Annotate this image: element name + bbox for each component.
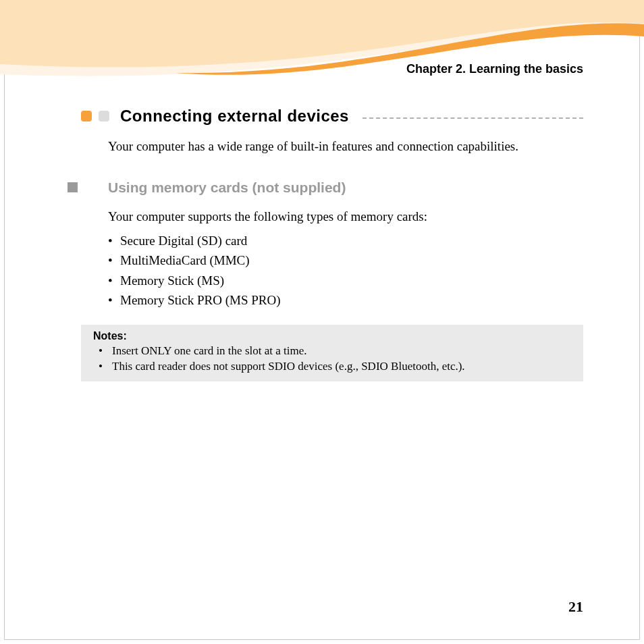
page-number: 21	[568, 598, 583, 616]
notes-item: Insert ONLY one card in the slot at a ti…	[93, 344, 571, 359]
list-item: MultiMediaCard (MMC)	[108, 250, 583, 270]
list-item: Memory Stick (MS)	[108, 271, 583, 290]
subsection-bullet-icon	[68, 182, 78, 192]
section-title-row: Connecting external devices	[81, 107, 583, 126]
list-item: Memory Stick PRO (MS PRO)	[108, 290, 583, 310]
subsection-title: Using memory cards (not supplied)	[108, 180, 346, 196]
notes-item: This card reader does not support SDIO d…	[93, 359, 571, 375]
page-content: Connecting external devices Your compute…	[81, 107, 583, 381]
section-title-rule	[363, 117, 583, 119]
notes-box: Notes: Insert ONLY one card in the slot …	[81, 325, 583, 381]
subsection-title-row: Using memory cards (not supplied)	[68, 180, 583, 196]
section-title: Connecting external devices	[120, 107, 349, 126]
subsection-intro-text: Your computer supports the following typ…	[108, 209, 583, 224]
section-bullet-gray-icon	[99, 111, 109, 122]
list-item: Secure Digital (SD) card	[108, 231, 583, 250]
memory-card-list: Secure Digital (SD) card MultiMediaCard …	[108, 231, 583, 311]
section-intro-text: Your computer has a wide range of built-…	[108, 138, 583, 155]
chapter-header: Chapter 2. Learning the basics	[406, 62, 583, 76]
notes-label: Notes:	[93, 330, 571, 342]
section-bullet-orange-icon	[81, 111, 92, 122]
